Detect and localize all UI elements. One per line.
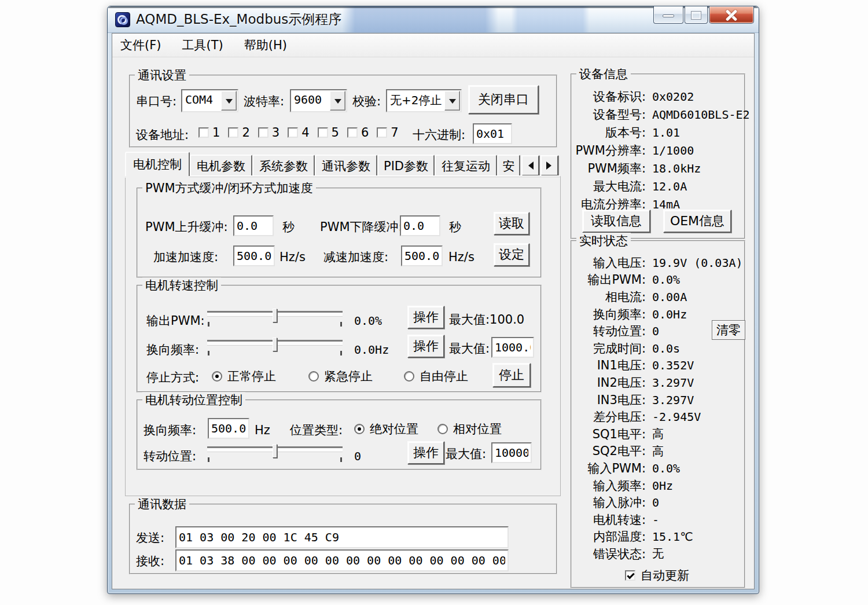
pwm-fall-label: PWM下降缓冲: [320, 220, 403, 234]
radio-icon[interactable] [437, 424, 448, 434]
port-value: COM4 [185, 93, 213, 107]
parity-label: 校验: [352, 94, 381, 108]
status-row: 输出PWM:0.0% [575, 272, 741, 289]
auto-update-option[interactable]: 自动更新 [575, 567, 741, 584]
address-checkbox-2[interactable] [228, 127, 238, 138]
accel-input[interactable] [233, 245, 275, 266]
comm-data-title: 通讯数据 [135, 496, 189, 512]
pwm-accel-group: PWM方式缓冲/闭环方式加速度 PWM上升缓冲: 秒 PWM下降缓冲: 秒 读取… [137, 188, 542, 278]
hex-address-input[interactable] [473, 123, 512, 144]
tab-safety-truncated[interactable]: 安 [497, 155, 520, 176]
stop-mode-emergency-radio[interactable]: 紧急停止 [308, 368, 373, 384]
freq-max-label: 最大值: [449, 342, 490, 355]
address-checkbox-3[interactable] [258, 127, 269, 138]
tab-motor-control[interactable]: 电机控制 [125, 152, 190, 176]
send-data-field[interactable] [175, 526, 509, 548]
address-checkbox-5[interactable] [318, 127, 328, 138]
stop-button[interactable]: 停止 [492, 363, 531, 387]
address-checkbox-7[interactable] [377, 127, 387, 138]
comm-settings-title: 通讯设置 [135, 67, 189, 83]
status-group: 实时状态 输入电压:19.9V (0.03A) 输出PWM:0.0% 相电流:0… [571, 240, 745, 588]
tab-motor-params[interactable]: 电机参数 [190, 155, 252, 176]
port-label: 串口号: [136, 94, 176, 108]
set-button[interactable]: 设定 [494, 243, 529, 266]
window-title: AQMD_BLS-Ex_Modbus示例程序 [136, 10, 341, 28]
speed-control-title: 电机转速控制 [142, 277, 221, 294]
comm-data-group: 通讯数据 发送: 接收: [129, 504, 557, 574]
output-pwm-max-label: 最大值:100.0 [449, 313, 524, 327]
tab-reciprocate[interactable]: 往复运动 [435, 155, 497, 176]
commutation-freq-apply-button[interactable]: 操作 [407, 335, 444, 358]
tab-scroll-left-button[interactable] [521, 155, 539, 176]
slider-thumb[interactable] [273, 338, 277, 351]
stop-mode-free-radio[interactable]: 自由停止 [404, 368, 468, 384]
minimize-button[interactable] [653, 6, 683, 24]
pwm-rise-unit: 秒 [282, 220, 295, 234]
baud-value: 9600 [294, 93, 322, 107]
position-type-absolute-radio[interactable]: 绝对位置 [354, 421, 418, 437]
output-pwm-apply-button[interactable]: 操作 [407, 306, 444, 329]
commutation-freq-value: 0.0Hz [354, 343, 389, 357]
commutation-freq-slider[interactable] [206, 336, 344, 355]
speed-control-group: 电机转速控制 输出PWM: 0.0% 操作 最大值:100.0 换向频率: 0.… [137, 285, 542, 393]
rotation-position-slider[interactable] [206, 442, 344, 462]
baud-label: 波特率: [244, 94, 284, 108]
baud-select[interactable]: 9600 [290, 89, 347, 112]
device-address-checkboxes: 1 2 3 4 5 6 7 [198, 126, 399, 140]
read-info-button[interactable]: 读取信息 [582, 210, 650, 233]
menu-item-tools[interactable]: 工具(T) [182, 37, 223, 53]
radio-icon[interactable] [308, 371, 319, 382]
radio-icon[interactable] [354, 424, 365, 434]
device-info-row: 设备标识:0x0202 [575, 87, 741, 105]
port-dropdown-icon[interactable] [221, 91, 237, 111]
address-checkbox-6[interactable] [347, 127, 358, 138]
stop-mode-normal-radio[interactable]: 正常停止 [212, 368, 276, 384]
tab-comm-params[interactable]: 通讯参数 [315, 155, 377, 176]
status-row: 输入频率:0Hz [575, 477, 741, 494]
comm-settings-group: 通讯设置 串口号: COM4 波特率: 9600 校验: 无+2停止 [129, 75, 557, 148]
maximize-button[interactable] [685, 6, 708, 24]
pwm-rise-input[interactable] [233, 215, 274, 236]
pwm-fall-unit: 秒 [449, 220, 461, 234]
device-info-group: 设备信息 设备标识:0x0202 设备型号:AQMD6010BLS-E2 版本号… [571, 74, 745, 239]
read-button[interactable]: 读取 [494, 212, 529, 235]
position-control-group: 电机转动位置控制 换向频率: Hz 位置类型: 绝对位置 相对位置 转动位置: [137, 399, 542, 470]
tab-system-params[interactable]: 系统参数 [252, 155, 315, 176]
tab-scroll-right-button[interactable] [540, 155, 558, 176]
radio-icon[interactable] [212, 371, 222, 382]
auto-update-checkbox[interactable] [625, 570, 635, 581]
position-type-relative-radio[interactable]: 相对位置 [437, 421, 502, 437]
receive-data-field[interactable] [175, 549, 509, 571]
output-pwm-slider[interactable] [206, 307, 344, 327]
oem-info-button[interactable]: OEM信息 [663, 210, 731, 233]
slider-thumb[interactable] [273, 444, 277, 458]
position-freq-label: 换向频率: [144, 423, 196, 437]
hex-label: 十六进制: [413, 128, 465, 142]
close-button[interactable] [709, 6, 754, 24]
app-icon [115, 12, 130, 27]
position-max-input[interactable] [491, 442, 532, 463]
arrow-left-icon [524, 162, 534, 170]
port-select[interactable]: COM4 [181, 89, 238, 112]
radio-icon[interactable] [404, 371, 414, 382]
address-checkbox-4[interactable] [288, 127, 298, 138]
pwm-fall-input[interactable] [400, 215, 440, 236]
freq-max-input[interactable] [491, 337, 534, 358]
decel-input[interactable] [401, 245, 443, 266]
menu-item-file[interactable]: 文件(F) [120, 37, 161, 53]
baud-dropdown-icon[interactable] [330, 91, 345, 111]
output-pwm-value: 0.0% [354, 314, 382, 328]
parity-select[interactable]: 无+2停止 [386, 89, 462, 112]
clear-position-button[interactable]: 清零 [712, 320, 745, 340]
menu-item-help[interactable]: 帮助(H) [244, 37, 287, 53]
close-port-button[interactable]: 关闭串口 [468, 85, 539, 114]
position-freq-input[interactable] [208, 418, 249, 439]
position-apply-button[interactable]: 操作 [407, 441, 444, 464]
address-checkbox-1[interactable] [198, 127, 209, 138]
position-control-title: 电机转动位置控制 [142, 392, 245, 408]
tab-pid-params[interactable]: PID参数 [377, 155, 435, 176]
slider-thumb[interactable] [273, 309, 277, 322]
parity-dropdown-icon[interactable] [444, 91, 460, 111]
send-label: 发送: [136, 531, 164, 545]
status-row: 完成时间:0.0s [575, 340, 741, 357]
